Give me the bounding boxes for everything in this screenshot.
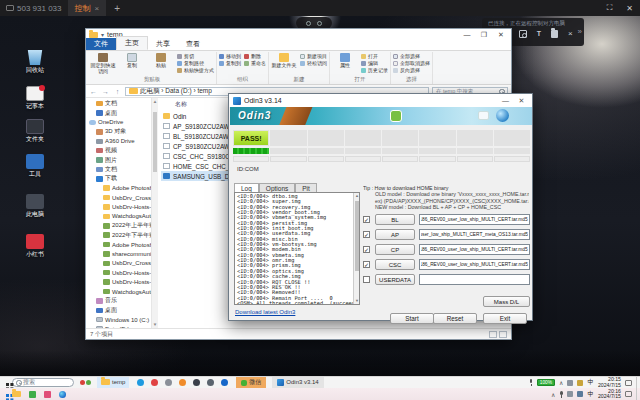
copy-path-button[interactable]: 复制路径	[177, 60, 214, 66]
properties-button[interactable]: 属性	[332, 53, 358, 69]
ap-checkbox[interactable]	[363, 231, 370, 238]
edge-browser-icon[interactable]	[59, 391, 66, 398]
csc-checkbox[interactable]	[363, 261, 370, 268]
userdata-file-field[interactable]	[419, 274, 530, 285]
ime-indicator[interactable]: 中	[587, 378, 594, 387]
desktop-icon[interactable]: 记事本	[12, 86, 58, 110]
log-scrollbar[interactable]: ▲ ▼	[353, 193, 359, 304]
mass-dl-button[interactable]: Mass D/L	[483, 296, 530, 307]
new-folder-button[interactable]: 新建文件夹	[271, 53, 297, 69]
notification-center-icon[interactable]	[625, 380, 632, 386]
open-button[interactable]: 打开	[361, 53, 388, 59]
details-view-icon[interactable]	[489, 331, 497, 338]
close-icon[interactable]: ×	[566, 30, 574, 38]
maximize-button[interactable]: ❐	[477, 31, 491, 39]
notification-center-icon[interactable]	[625, 391, 632, 397]
back-button[interactable]: ←	[89, 88, 98, 95]
copy-to-button[interactable]: 复制到	[219, 60, 241, 66]
scroll-up-icon[interactable]: ▲	[354, 193, 360, 199]
nav-item[interactable]: UsbDrv_Crossfire...	[86, 193, 151, 202]
desktop-icon[interactable]: 小红书	[12, 234, 58, 258]
expand-toolbar-icon[interactable]: »	[578, 27, 582, 36]
fullscreen-button[interactable]: ⛶	[600, 3, 620, 13]
copy-button[interactable]: 复制	[119, 53, 145, 69]
ap-button[interactable]: AP	[375, 229, 415, 240]
nav-item[interactable]: 下载	[86, 174, 151, 183]
pin-quick-access-button[interactable]: 固定到快速访问	[90, 53, 116, 74]
userdata-button[interactable]: USERDATA	[375, 274, 415, 285]
new-tab-button[interactable]: +	[106, 3, 128, 14]
explorer-icon[interactable]	[12, 391, 21, 397]
tray-expand-icon[interactable]: ∧	[559, 379, 563, 386]
quick-access-toolbar[interactable]: ▾	[101, 31, 104, 38]
csc-button[interactable]: CSC	[375, 259, 415, 270]
odin-titlebar[interactable]: Odin3 v3.14 — ✕	[229, 94, 532, 107]
phone-link-icon[interactable]	[193, 379, 200, 386]
bl-file-field[interactable]	[419, 214, 530, 225]
nav-item[interactable]: WatchdogsAuto-S...	[86, 212, 151, 221]
desktop-icon[interactable]: 工具	[12, 154, 58, 178]
nav-item[interactable]: 2022年下半年账...	[86, 230, 151, 239]
nav-item[interactable]: A360 Drive	[86, 137, 151, 146]
nav-item[interactable]: sharecommunity_...	[86, 249, 151, 258]
exit-button[interactable]: Exit	[483, 313, 527, 324]
tab-view[interactable]: 查看	[178, 38, 208, 50]
nav-item[interactable]: 3D 对象	[86, 127, 151, 136]
nav-item[interactable]: WatchdogsAuto-...	[86, 287, 151, 296]
tab-file[interactable]: 文件	[86, 38, 116, 50]
paste-button[interactable]: 粘贴	[148, 53, 174, 69]
nav-item[interactable]: 桌面	[86, 306, 151, 315]
forward-button[interactable]: →	[101, 88, 110, 95]
new-item-button[interactable]: 新建项目	[300, 53, 327, 59]
nav-item[interactable]: UsbDrv-Hosts-Cd...	[86, 277, 151, 286]
download-odin-link[interactable]: Download latest Odin3	[235, 309, 295, 315]
tab-home[interactable]: 主页	[116, 36, 148, 50]
history-button[interactable]: 历史记录	[361, 67, 388, 73]
delete-button[interactable]: 删除	[244, 53, 266, 59]
up-button[interactable]: ↑	[113, 88, 122, 95]
invert-selection-button[interactable]: 反向选择	[393, 67, 430, 73]
scrollbar-thumb[interactable]	[153, 112, 157, 172]
nav-item[interactable]: Adobe Photoshop 2...	[86, 184, 151, 193]
taskbar-odin-button[interactable]: Odin3 v3.14	[272, 377, 323, 389]
ap-file-field[interactable]	[419, 229, 530, 240]
text-icon[interactable]: T	[535, 30, 543, 38]
taskbar-explorer-button[interactable]: temp	[97, 377, 129, 389]
cut-button[interactable]: 剪切	[177, 53, 214, 59]
scroll-down-icon[interactable]: ▼	[354, 298, 360, 304]
odin-minimize-button[interactable]: —	[499, 97, 512, 104]
weather-widget[interactable]	[80, 380, 91, 385]
nav-item[interactable]: 文档	[86, 165, 151, 174]
edge-browser-icon[interactable]	[137, 379, 144, 386]
bl-checkbox[interactable]	[363, 216, 370, 223]
session-tab[interactable]: 控制 ×	[68, 0, 107, 16]
nav-item[interactable]: UsbDrv_Crossfire...	[86, 259, 151, 268]
ime-indicator[interactable]: 中	[587, 390, 594, 399]
nav-item[interactable]: OneDrive	[86, 118, 151, 127]
nav-item[interactable]: 音乐	[86, 296, 151, 305]
desktop-icon[interactable]: 文件夹	[12, 119, 58, 143]
nav-item[interactable]: 桌面	[86, 108, 151, 117]
large-icons-view-icon[interactable]	[499, 331, 507, 338]
app-icon[interactable]	[29, 391, 36, 398]
taskbar-clock[interactable]: 20:15 2024/7/15	[598, 377, 621, 388]
close-button[interactable]: ✕	[494, 31, 508, 39]
app-icon[interactable]	[207, 379, 214, 386]
scroll-up-icon[interactable]: ▲	[152, 98, 158, 105]
nav-item[interactable]: UsbDrv-Hosts-Cdi...	[86, 202, 151, 211]
taskbar-wechat-button[interactable]: 微信	[236, 377, 266, 389]
taskbar-clock[interactable]: 20:16 2024/7/15	[598, 389, 621, 400]
cp-checkbox[interactable]	[363, 246, 370, 253]
scrollbar-thumb[interactable]	[355, 201, 359, 271]
paste-shortcut-button[interactable]: 粘贴快捷方式	[177, 67, 214, 73]
odin-close-button[interactable]: ✕	[515, 97, 528, 105]
folder-icon[interactable]	[551, 30, 559, 38]
nav-item[interactable]: UsbDrv-Hosts-Cd...	[86, 268, 151, 277]
tray-app-icon[interactable]	[567, 380, 573, 386]
connection-quality-badge[interactable]: 100%	[537, 379, 555, 386]
desktop-icon[interactable]: 此电脑	[12, 194, 58, 218]
mic-icon[interactable]	[559, 391, 563, 398]
nav-item[interactable]: Windows 10 (C:)	[86, 315, 151, 324]
tray-app-icon[interactable]	[567, 391, 573, 397]
camera-icon[interactable]	[519, 30, 527, 38]
